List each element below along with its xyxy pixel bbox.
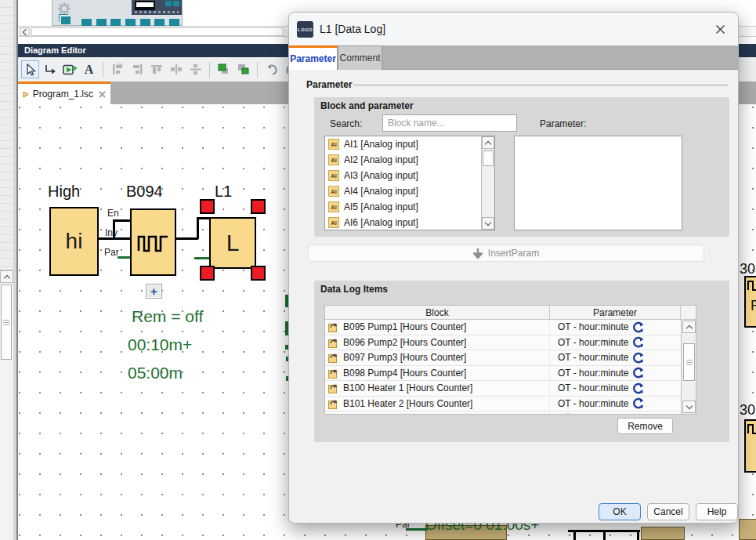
row-parameter-label: OT - hour:minute <box>558 398 628 409</box>
toolbar-separator <box>209 62 210 78</box>
help-button[interactable]: Help <box>696 503 738 520</box>
tab-program-1[interactable]: Program_1.lsc <box>18 82 110 104</box>
table-row[interactable]: B095 Pump1 [Hours Counter] OT - hour:min… <box>325 320 696 335</box>
column-header-parameter[interactable]: Parameter <box>550 306 681 319</box>
analog-input-icon: AI <box>328 154 339 165</box>
block-list-scrollbar[interactable] <box>481 136 494 230</box>
refresh-icon <box>632 321 644 333</box>
block-listbox[interactable]: AI AI1 [Analog input] AI AI2 [Analog inp… <box>324 136 495 230</box>
selection-handle[interactable] <box>200 199 215 214</box>
simulation-connector-tool-button[interactable] <box>60 60 78 78</box>
selection-handle[interactable] <box>251 199 266 214</box>
block-b094-pulse-generator[interactable] <box>130 208 176 276</box>
scroll-down-button[interactable] <box>682 400 696 413</box>
align-center-horizontal-button[interactable] <box>186 60 204 78</box>
row-block-label: B098 Pump4 [Hours Counter] <box>343 368 466 379</box>
arrow-down-icon <box>473 248 483 259</box>
block-list-item[interactable]: AI AI1 [Analog input] <box>325 136 494 152</box>
scroll-up-button[interactable] <box>0 270 13 283</box>
datalog-table[interactable]: Block Parameter B095 Pump1 [Hours Counte… <box>324 305 696 415</box>
remove-button[interactable]: Remove <box>617 418 673 434</box>
table-row[interactable]: B101 Heater 2 [Hours Counter] OT - hour:… <box>325 397 696 412</box>
refresh-icon <box>632 352 644 364</box>
block-list-item[interactable]: AI AI5 [Analog input] <box>325 199 494 215</box>
align-ruler-button[interactable] <box>108 60 126 78</box>
wire <box>637 530 639 540</box>
table-row[interactable] <box>325 411 696 415</box>
tab-parameter[interactable]: Parameter <box>289 45 338 70</box>
align-right-button[interactable] <box>128 60 146 78</box>
horizontal-scrollbar-thumb[interactable] <box>31 27 284 36</box>
hours-counter-icon <box>328 368 338 379</box>
cancel-button[interactable]: Cancel <box>647 503 689 520</box>
insert-param-label: InsertParam <box>488 248 539 259</box>
copy-module-icon <box>61 16 71 24</box>
insert-param-button[interactable]: InsertParam <box>308 245 704 262</box>
align-center-vertical-button[interactable] <box>167 60 185 78</box>
align-top-button[interactable] <box>147 60 165 78</box>
wire <box>573 530 576 540</box>
device-key <box>165 1 172 6</box>
block-list-item[interactable]: AI AI4 [Analog input] <box>325 183 494 199</box>
selection-tool-button[interactable] <box>21 60 39 78</box>
undo-button[interactable] <box>262 60 280 78</box>
wire[interactable] <box>176 237 198 240</box>
block-list-item[interactable]: AI AI6 [Analog input] <box>325 215 494 230</box>
left-scrollbar[interactable] <box>0 270 13 540</box>
chevron-left-icon <box>22 28 28 34</box>
scrollbar-thumb[interactable] <box>683 343 695 381</box>
device-preview-panel[interactable] <box>52 0 183 26</box>
scroll-left-button[interactable] <box>20 27 30 36</box>
wire[interactable] <box>113 219 130 222</box>
wire[interactable] <box>197 217 210 219</box>
dialog-close-button[interactable] <box>712 21 728 37</box>
block-list-item[interactable]: AI AI2 [Analog input] <box>325 152 494 168</box>
chevron-up-icon <box>3 274 9 281</box>
table-scrollbar[interactable] <box>681 320 696 414</box>
search-label: Search: <box>330 118 362 129</box>
clipped-block[interactable] <box>744 419 756 473</box>
bring-to-front-button[interactable] <box>215 60 233 78</box>
scrollbar-thumb[interactable] <box>483 150 494 166</box>
block-l1-datalog[interactable]: L <box>209 217 256 269</box>
column-header-block[interactable]: Block <box>325 306 550 319</box>
block-symbol: L <box>226 230 240 256</box>
ok-button[interactable]: OK <box>599 503 641 520</box>
wire[interactable] <box>197 217 199 239</box>
hours-counter-icon <box>328 352 338 363</box>
parameter-label: Parameter: <box>540 118 586 129</box>
group-data-log-items: Data Log Items Block Parameter B095 Pump… <box>314 281 729 442</box>
tab-comment[interactable]: Comment <box>338 45 382 70</box>
left-scrollbar-thumb[interactable] <box>1 284 12 360</box>
table-row[interactable]: B096 Pump2 [Hours Counter] OT - hour:min… <box>325 335 696 351</box>
scroll-down-button[interactable] <box>482 217 494 230</box>
analog-input-icon: AI <box>328 217 339 228</box>
scroll-up-button[interactable] <box>682 321 696 333</box>
table-row[interactable]: B098 Pump4 [Hours Counter] OT - hour:min… <box>325 366 696 382</box>
row-block-label: B097 Pump3 [Hours Counter] <box>343 352 466 363</box>
send-to-back-icon <box>237 63 250 75</box>
search-input[interactable] <box>382 114 517 132</box>
wire <box>603 530 606 540</box>
row-parameter-label: OT - hour:minute <box>558 321 628 332</box>
table-row[interactable]: B097 Pump3 [Hours Counter] OT - hour:min… <box>325 350 696 366</box>
selection-handle[interactable] <box>200 266 215 281</box>
dialog-titlebar[interactable]: LOGO L1 [Data Log] <box>289 13 738 45</box>
block-high[interactable]: hi <box>49 207 99 276</box>
scroll-up-button[interactable] <box>482 136 494 149</box>
parameter-listbox[interactable] <box>514 136 682 230</box>
selection-handle[interactable] <box>251 266 266 281</box>
clipped-block[interactable]: R <box>744 276 756 328</box>
expand-parameter-button[interactable]: + <box>146 284 162 299</box>
pulse-waveform-icon <box>747 422 756 435</box>
row-parameter-label: OT - hour:minute <box>558 382 628 393</box>
table-row[interactable]: B100 Heater 1 [Hours Counter] OT - hour:… <box>325 381 696 397</box>
send-to-back-button[interactable] <box>234 60 252 78</box>
clipped-block <box>739 519 756 540</box>
connector-tool-button[interactable] <box>41 60 59 78</box>
tab-close-button[interactable] <box>99 91 106 98</box>
block-list-item[interactable]: AI AI3 [Analog input] <box>325 168 494 183</box>
parameter-wire <box>406 528 428 531</box>
text-tool-button[interactable]: A <box>80 60 98 78</box>
block-list-item-label: AI6 [Analog input] <box>344 217 418 228</box>
